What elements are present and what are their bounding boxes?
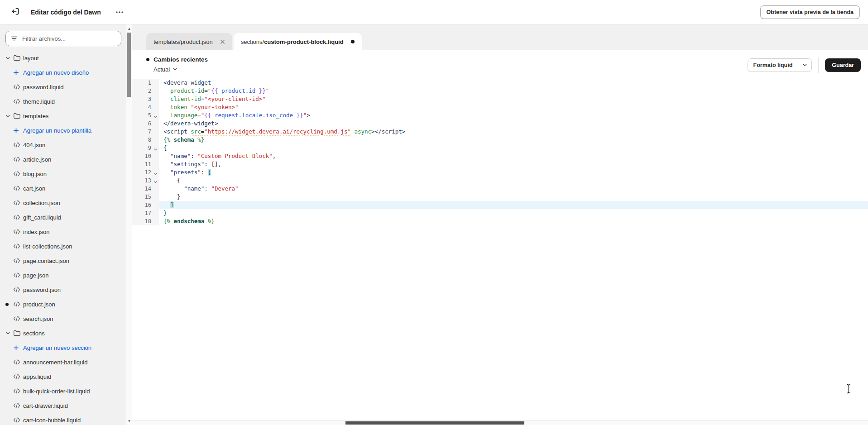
- sidebar-item-gift-card-liquid[interactable]: gift_card.liquid: [0, 210, 126, 224]
- sidebar-item-index-json[interactable]: index.json: [0, 224, 126, 239]
- format-dropdown-toggle[interactable]: [798, 59, 811, 72]
- chevron-down-icon[interactable]: [5, 56, 13, 61]
- sidebar-item-password-liquid[interactable]: password.liquid: [0, 80, 126, 94]
- code-line-content[interactable]: {% endschema %}: [159, 217, 868, 225]
- code-file-icon: [13, 359, 23, 365]
- filter-files-wrap: [5, 31, 121, 46]
- tab-bar: templates/product.jsonsections/custom-pr…: [132, 24, 868, 50]
- sidebar-item-search-json[interactable]: search.json: [0, 311, 126, 326]
- sidebar-item-list-collections-json[interactable]: list-collections.json: [0, 239, 126, 253]
- sidebar-item-agregar-un-nuevo-dise-o[interactable]: Agregar un nuevo diseño: [0, 65, 126, 80]
- code-line-content[interactable]: {: [159, 177, 868, 185]
- code-line-17[interactable]: 17}: [132, 209, 868, 217]
- code-line-12[interactable]: 12 "presets": [: [132, 168, 868, 177]
- sidebar-item-password-json[interactable]: password.json: [0, 282, 126, 297]
- code-line-11[interactable]: 11 "settings": [],: [132, 160, 868, 168]
- sidebar-scrollbar[interactable]: ▲ ▼: [126, 24, 132, 425]
- sidebar-item-collection-json[interactable]: collection.json: [0, 196, 126, 210]
- code-line-content[interactable]: {: [159, 144, 868, 152]
- version-dropdown[interactable]: Actual: [153, 66, 177, 73]
- sidebar-item-label: page.contact.json: [23, 258, 69, 264]
- sidebar-item-theme-liquid[interactable]: theme.liquid: [0, 94, 126, 109]
- code-file-icon: [13, 84, 23, 90]
- code-line-18[interactable]: 18{% endschema %}: [132, 217, 868, 225]
- format-liquid-button[interactable]: Formato liquid: [748, 58, 812, 72]
- line-number: 13: [132, 177, 159, 185]
- code-line-10[interactable]: 10 "name": "Custom Product Block",: [132, 152, 868, 160]
- sidebar-item-label: password.json: [23, 287, 61, 293]
- sidebar-item-cart-json[interactable]: cart.json: [0, 181, 126, 196]
- code-line-13[interactable]: 13 {: [132, 177, 868, 185]
- sidebar-item-bulk-quick-order-list-liquid[interactable]: bulk-quick-order-list.liquid: [0, 384, 126, 398]
- chevron-down-icon[interactable]: [5, 331, 13, 336]
- code-line-16[interactable]: 16 ]: [132, 201, 868, 209]
- code-file-icon: [13, 301, 23, 307]
- code-line-14[interactable]: 14 "name": "Devera": [132, 185, 868, 193]
- code-line-15[interactable]: 15 }: [132, 193, 868, 201]
- sidebar-item-page-json[interactable]: page.json: [0, 268, 126, 282]
- code-line-content[interactable]: "presets": [: [159, 168, 868, 177]
- code-line-4[interactable]: 4 token="<your-token>": [132, 103, 868, 111]
- sidebar-item-404-json[interactable]: 404.json: [0, 138, 126, 152]
- recent-changes-label: Cambios recientes: [153, 56, 208, 63]
- format-liquid-label: Formato liquid: [748, 59, 798, 72]
- exit-button[interactable]: [8, 5, 23, 19]
- code-line-content[interactable]: product-id="{{ product.id }}": [159, 87, 868, 95]
- sidebar-item-page-contact-json[interactable]: page.contact.json: [0, 253, 126, 268]
- code-line-content[interactable]: <devera-widget: [159, 79, 868, 87]
- sidebar-item-label: list-collections.json: [23, 243, 72, 250]
- filter-files-input[interactable]: [5, 31, 121, 46]
- code-line-content[interactable]: }: [159, 209, 868, 217]
- line-number: 10: [132, 152, 159, 160]
- tab-sections-custom-product-block-liquid[interactable]: sections/custom-product-block.liquid: [234, 33, 362, 50]
- preview-store-button[interactable]: Obtener vista previa de la tienda: [760, 5, 860, 19]
- sidebar-item-announcement-bar-liquid[interactable]: announcement-bar.liquid: [0, 355, 126, 369]
- code-line-8[interactable]: 8{% schema %}: [132, 136, 868, 144]
- sidebar-scrollbar-thumb[interactable]: [127, 33, 131, 97]
- code-line-content[interactable]: language="{{ request.locale.iso_code }}"…: [159, 111, 868, 119]
- chevron-down-icon[interactable]: [5, 114, 13, 119]
- code-line-content[interactable]: ]: [159, 201, 868, 209]
- sidebar-item-agregar-un-nuevo-secci-n[interactable]: Agregar un nuevo sección: [0, 340, 126, 355]
- code-line-9[interactable]: 9{: [132, 144, 868, 152]
- code-line-content[interactable]: <script src="https://widget.devera.ai/re…: [159, 128, 868, 136]
- more-menu-button[interactable]: [113, 6, 126, 18]
- code-line-content[interactable]: client-id="<your-client-id>": [159, 95, 868, 103]
- sidebar-item-apps-liquid[interactable]: apps.liquid: [0, 369, 126, 384]
- sidebar-item-blog-json[interactable]: blog.json: [0, 167, 126, 181]
- code-file-icon: [13, 244, 23, 249]
- sidebar-item-templates[interactable]: templates: [0, 109, 126, 123]
- chevron-down-icon: [802, 61, 807, 69]
- close-icon[interactable]: [220, 39, 225, 44]
- tab-templates-product-json[interactable]: templates/product.json: [146, 33, 232, 50]
- sidebar-item-label: blog.json: [23, 171, 47, 177]
- save-button[interactable]: Guardar: [825, 58, 861, 72]
- sidebar-item-agregar-un-nuevo-plantilla[interactable]: Agregar un nuevo plantilla: [0, 123, 126, 138]
- code-line-6[interactable]: 6</devera-widget>: [132, 119, 868, 128]
- code-line-3[interactable]: 3 client-id="<your-client-id>": [132, 95, 868, 103]
- sidebar-item-label: Agregar un nuevo diseño: [23, 69, 89, 76]
- sidebar-item-cart-icon-bubble-liquid[interactable]: cart-icon-bubble.liquid: [0, 413, 126, 425]
- code-line-2[interactable]: 2 product-id="{{ product.id }}": [132, 87, 868, 95]
- code-line-7[interactable]: 7<script src="https://widget.devera.ai/r…: [132, 128, 868, 136]
- code-line-content[interactable]: {% schema %}: [159, 136, 868, 144]
- code-line-content[interactable]: </devera-widget>: [159, 119, 868, 128]
- code-area[interactable]: 1<devera-widget2 product-id="{{ product.…: [132, 77, 868, 425]
- plus-icon: [13, 345, 23, 351]
- horizontal-scrollbar[interactable]: [132, 420, 868, 425]
- code-file-icon: [13, 258, 23, 263]
- sidebar-item-article-json[interactable]: article.json: [0, 152, 126, 167]
- code-line-content[interactable]: }: [159, 193, 868, 201]
- horizontal-scrollbar-thumb[interactable]: [345, 421, 524, 425]
- code-line-content[interactable]: "settings": [],: [159, 160, 868, 168]
- code-line-content[interactable]: "name": "Devera": [159, 185, 868, 193]
- code-line-1[interactable]: 1<devera-widget: [132, 79, 868, 87]
- code-line-5[interactable]: 5 language="{{ request.locale.iso_code }…: [132, 111, 868, 119]
- sidebar-item-cart-drawer-liquid[interactable]: cart-drawer.liquid: [0, 398, 126, 413]
- sidebar-item-label: gift_card.liquid: [23, 214, 61, 221]
- code-line-content[interactable]: "name": "Custom Product Block",: [159, 152, 868, 160]
- code-line-content[interactable]: token="<your-token>": [159, 103, 868, 111]
- sidebar-item-product-json[interactable]: product.json: [0, 297, 126, 311]
- sidebar-item-layout[interactable]: layout: [0, 51, 126, 65]
- sidebar-item-sections[interactable]: sections: [0, 326, 126, 340]
